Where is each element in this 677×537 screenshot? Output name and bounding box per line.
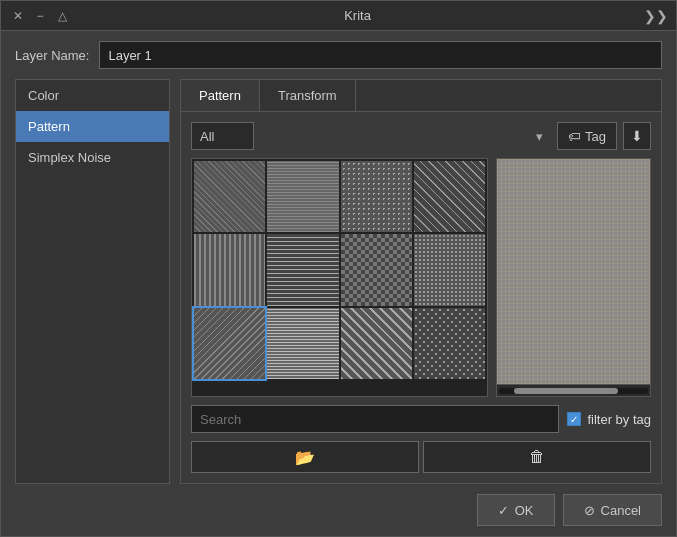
filter-tag-group: filter by tag xyxy=(567,412,651,427)
tab-transform[interactable]: Transform xyxy=(260,80,356,111)
sidebar-item-color[interactable]: Color xyxy=(16,80,169,111)
filter-dropdown[interactable]: All Default Custom xyxy=(191,122,254,150)
search-input[interactable] xyxy=(191,405,559,433)
pattern-cell[interactable] xyxy=(341,234,412,305)
filter-by-tag-label: filter by tag xyxy=(587,412,651,427)
preview-scroll-track xyxy=(499,388,648,394)
pattern-cell[interactable] xyxy=(194,234,265,305)
save-tag-button[interactable]: ⬇ xyxy=(623,122,651,150)
preview-image xyxy=(497,159,650,384)
delete-pattern-button[interactable]: 🗑 xyxy=(423,441,651,473)
search-row: filter by tag xyxy=(191,405,651,433)
pattern-grid xyxy=(192,159,487,381)
pattern-grid-wrapper[interactable] xyxy=(191,158,488,397)
krita-dialog: ✕ − △ Krita ❯❯ Layer Name: Color Pattern… xyxy=(0,0,677,537)
pattern-cell[interactable] xyxy=(341,161,412,232)
cancel-button[interactable]: ⊘ Cancel xyxy=(563,494,662,526)
window-controls: ✕ − △ xyxy=(9,7,71,25)
trash-icon: 🗑 xyxy=(529,448,545,466)
pattern-cell[interactable] xyxy=(341,308,412,379)
cancel-icon: ⊘ xyxy=(584,503,595,518)
pattern-cell[interactable] xyxy=(414,308,485,379)
save-icon: ⬇ xyxy=(631,128,643,144)
footer: ✓ OK ⊘ Cancel xyxy=(1,484,676,536)
tabs: Pattern Transform xyxy=(181,80,661,112)
pattern-cell[interactable] xyxy=(267,308,338,379)
pattern-preview xyxy=(496,158,651,397)
filter-select-wrapper: All Default Custom xyxy=(191,122,551,150)
sidebar-item-pattern[interactable]: Pattern xyxy=(16,111,169,142)
preview-scrollbar[interactable] xyxy=(497,384,650,396)
ok-icon: ✓ xyxy=(498,503,509,518)
tag-button[interactable]: 🏷 Tag xyxy=(557,122,617,150)
sidebar-item-simplex-noise[interactable]: Simplex Noise xyxy=(16,142,169,173)
pattern-cell[interactable] xyxy=(267,161,338,232)
tab-pattern[interactable]: Pattern xyxy=(181,80,260,111)
folder-icon: 📂 xyxy=(295,448,315,467)
ok-button[interactable]: ✓ OK xyxy=(477,494,555,526)
open-pattern-button[interactable]: 📂 xyxy=(191,441,419,473)
filter-row: All Default Custom 🏷 Tag ⬇ xyxy=(191,122,651,150)
preview-scroll-thumb xyxy=(514,388,618,394)
tab-content-pattern: All Default Custom 🏷 Tag ⬇ xyxy=(181,112,661,483)
layer-name-row: Layer Name: xyxy=(1,31,676,79)
pattern-cell[interactable] xyxy=(194,161,265,232)
layer-name-label: Layer Name: xyxy=(15,48,89,63)
tag-icon: 🏷 xyxy=(568,129,581,144)
pattern-cell[interactable] xyxy=(267,234,338,305)
maximize-button[interactable]: △ xyxy=(53,7,71,25)
cancel-label: Cancel xyxy=(601,503,641,518)
pattern-cell[interactable] xyxy=(414,234,485,305)
preview-texture xyxy=(497,159,650,384)
close-button[interactable]: ✕ xyxy=(9,7,27,25)
pattern-cell-selected[interactable] xyxy=(194,308,265,379)
ok-label: OK xyxy=(515,503,534,518)
window-title: Krita xyxy=(71,8,644,23)
main-panel: Pattern Transform All Default Custom xyxy=(180,79,662,484)
pattern-cell[interactable] xyxy=(414,161,485,232)
action-row: 📂 🗑 xyxy=(191,441,651,473)
pattern-grid-area xyxy=(191,158,651,397)
titlebar-right: ❯❯ xyxy=(644,8,668,24)
filter-by-tag-checkbox[interactable] xyxy=(567,412,581,426)
minimize-button[interactable]: − xyxy=(31,7,49,25)
content-area: Color Pattern Simplex Noise Pattern Tran… xyxy=(1,79,676,484)
sidebar: Color Pattern Simplex Noise xyxy=(15,79,170,484)
layer-name-input[interactable] xyxy=(99,41,662,69)
titlebar: ✕ − △ Krita ❯❯ xyxy=(1,1,676,31)
expand-icon: ❯❯ xyxy=(644,8,668,24)
